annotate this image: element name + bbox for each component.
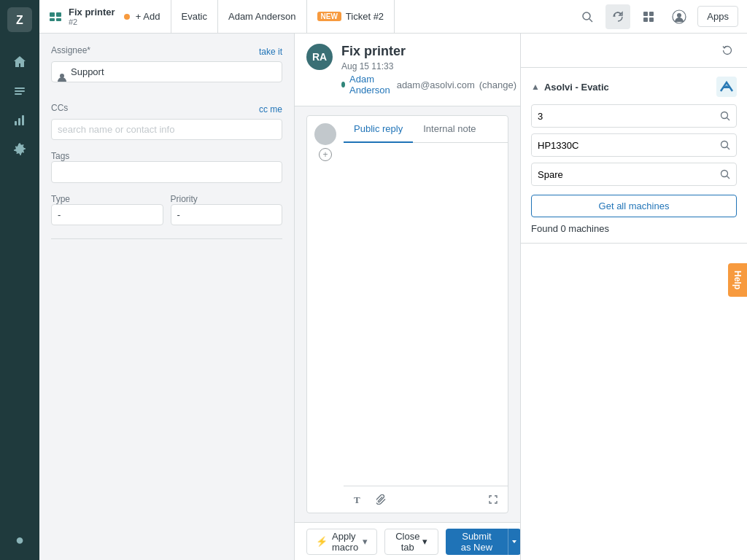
nav-user-avatar[interactable]: ●: [7, 526, 33, 553]
ticket-date: Aug 15 11:33: [341, 61, 516, 71]
machine-field2-input[interactable]: [532, 136, 714, 155]
panel-refresh-icon: [722, 45, 732, 55]
svg-text:T: T: [354, 494, 360, 505]
lightning-icon: ⚡: [316, 536, 328, 547]
priority-select[interactable]: -: [171, 204, 283, 225]
tab-internal-note[interactable]: Internal note: [413, 116, 486, 143]
priority-label: Priority: [171, 194, 198, 204]
svg-rect-18: [649, 18, 654, 22]
window-title: Fix printer: [69, 7, 115, 18]
attachment-button[interactable]: [373, 491, 390, 508]
tags-input[interactable]: [51, 161, 282, 183]
search-field2-icon: [720, 140, 730, 150]
apply-macro-button[interactable]: ⚡ Apply macro ▾: [306, 529, 377, 555]
machine-field1-input[interactable]: [532, 106, 714, 126]
ticket-user-name[interactable]: Adam Anderson: [349, 74, 392, 96]
status-dot: [124, 14, 130, 20]
reply-main: Public reply Internal note T: [344, 116, 508, 513]
svg-line-27: [727, 147, 730, 150]
svg-point-26: [721, 141, 728, 148]
right-panel-toolbar: [521, 34, 747, 68]
get-all-machines-button[interactable]: Get all machines: [531, 195, 737, 217]
close-tab-chevron-icon: ▾: [422, 536, 427, 547]
svg-rect-16: [649, 12, 654, 16]
evatic-section: ▲ Asolvi - Evatic: [521, 68, 747, 244]
assignee-select[interactable]: Support: [51, 61, 282, 82]
submit-button[interactable]: Submit as New: [446, 529, 507, 555]
svg-text:Z: Z: [16, 14, 23, 26]
apps-button[interactable]: Apps: [697, 6, 738, 27]
nav-home[interactable]: [7, 49, 33, 75]
take-it-link[interactable]: take it: [259, 47, 282, 57]
submit-arrow-button[interactable]: [508, 529, 521, 555]
assignee-label: Assignee*: [51, 45, 90, 55]
macro-label: Apply macro: [332, 531, 358, 553]
panel-refresh-button[interactable]: [715, 38, 740, 63]
expand-button[interactable]: [484, 491, 502, 508]
ccs-input[interactable]: [51, 119, 282, 140]
tab-ticket2[interactable]: NEW Ticket #2: [307, 0, 395, 34]
profile-button[interactable]: [667, 4, 692, 29]
svg-point-20: [677, 13, 681, 18]
ticket-user-email: adam@asolvi.com: [397, 79, 475, 90]
collapse-icon: ▲: [531, 82, 540, 92]
add-button[interactable]: + Add: [136, 4, 160, 29]
field2-row: [531, 133, 737, 157]
user-icon: ●: [15, 532, 24, 548]
svg-rect-9: [50, 12, 55, 17]
top-bar: Fix printer #2 + Add Evatic Adam Anderso…: [39, 0, 747, 34]
refresh-button[interactable]: [605, 4, 630, 29]
nav-settings[interactable]: [7, 136, 33, 163]
ticket-title: Fix printer: [341, 44, 516, 59]
search-field3-icon: [720, 169, 730, 179]
found-machines-text: Found 0 machines: [531, 223, 737, 234]
nav-reports[interactable]: [7, 107, 33, 133]
tab-public-reply[interactable]: Public reply: [344, 116, 413, 143]
machine-field3-input[interactable]: [532, 165, 714, 184]
text-format-button[interactable]: T: [349, 491, 367, 508]
search-button[interactable]: [575, 4, 600, 29]
svg-rect-10: [56, 12, 61, 17]
online-indicator: [341, 82, 345, 88]
svg-point-13: [583, 12, 590, 20]
svg-line-14: [589, 19, 592, 22]
svg-rect-12: [56, 18, 61, 21]
reply-toolbar: T: [344, 486, 508, 513]
evatic-section-header[interactable]: ▲ Asolvi - Evatic: [531, 77, 737, 97]
tab-ticket2-label: Ticket #2: [346, 11, 384, 22]
field1-row: [531, 104, 737, 128]
reply-avatar-column: +: [307, 116, 336, 513]
nav-tickets[interactable]: [7, 78, 33, 104]
cc-me-link[interactable]: cc me: [259, 104, 282, 114]
machine-field2-search-button[interactable]: [714, 134, 736, 156]
field3-row: [531, 163, 737, 186]
help-button[interactable]: Help: [728, 263, 747, 297]
machine-field1-search-button[interactable]: [714, 105, 736, 127]
add-participant-button[interactable]: +: [319, 148, 332, 161]
left-sidebar: Assignee* take it Support CCs cc me Tags: [39, 34, 295, 560]
machine-field3-search-button[interactable]: [714, 163, 736, 185]
tab-adam-anderson[interactable]: Adam Anderson: [218, 0, 307, 34]
svg-rect-2: [15, 88, 25, 89]
window-icon: [48, 9, 63, 24]
change-link[interactable]: (change): [479, 79, 516, 90]
type-select[interactable]: -: [51, 204, 163, 225]
macro-chevron-icon: ▾: [363, 536, 368, 547]
center-panel: RA Fix printer Aug 15 11:33 Adam Anderso…: [295, 34, 521, 560]
tab-evatic[interactable]: Evatic: [171, 0, 218, 34]
window-ticket-number: #2: [69, 18, 115, 26]
grid-button[interactable]: [636, 4, 661, 29]
svg-line-29: [727, 176, 730, 179]
evatic-section-title: Asolvi - Evatic: [544, 82, 609, 93]
search-field1-icon: [720, 111, 730, 121]
reply-user-avatar: [314, 123, 336, 145]
close-tab-button[interactable]: Close tab ▾: [384, 529, 438, 555]
expand-icon: [488, 494, 498, 505]
reply-editor[interactable]: [344, 143, 508, 486]
svg-line-25: [727, 118, 730, 121]
right-panel: ▲ Asolvi - Evatic: [521, 34, 747, 560]
submit-group: Submit as New: [446, 529, 520, 555]
reply-tabs: Public reply Internal note: [344, 116, 508, 143]
svg-rect-7: [22, 115, 24, 125]
submit-chevron-icon: [511, 538, 518, 545]
